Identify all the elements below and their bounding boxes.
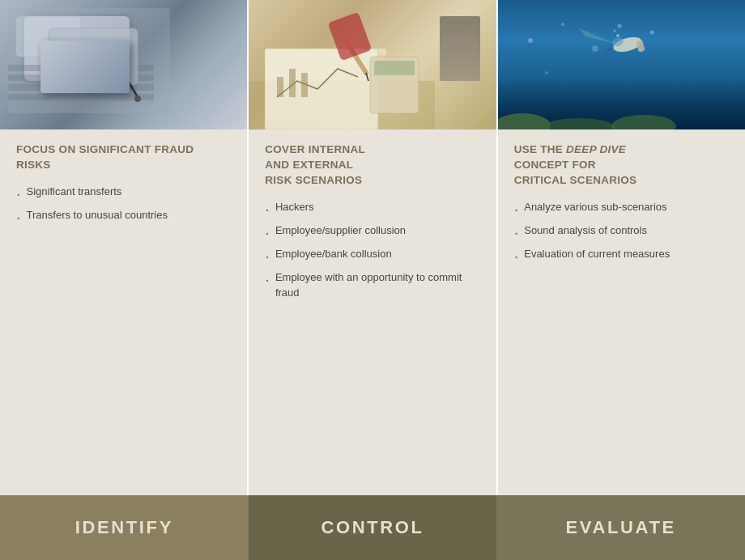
svg-point-34 bbox=[613, 30, 615, 32]
svg-marker-30 bbox=[605, 47, 611, 53]
column-control: COVER INTERNALAND EXTERNALRISK SCENARIOS… bbox=[249, 0, 497, 495]
col-text-control: COVER INTERNALAND EXTERNALRISK SCENARIOS… bbox=[249, 129, 496, 495]
svg-point-21 bbox=[561, 23, 564, 26]
list-item: Employee/bank collusion bbox=[265, 247, 479, 265]
col-text-identify: FOCUS ON SIGNIFICANT FRAUD RISKS Signifi… bbox=[0, 129, 247, 495]
footer-control: CONTROL bbox=[249, 495, 497, 560]
image-deep bbox=[498, 0, 745, 129]
svg-rect-13 bbox=[289, 69, 296, 97]
svg-point-35 bbox=[617, 24, 621, 28]
column-evaluate: USE THE DEEP DIVECONCEPT FORCRITICAL SCE… bbox=[498, 0, 745, 495]
footer-bar: IDENTIFY CONTROL EVALUATE bbox=[0, 495, 745, 560]
footer-evaluate: EVALUATE bbox=[496, 495, 745, 560]
bullet-list-control: Hackers Employee/supplier collusion Empl… bbox=[265, 200, 479, 301]
svg-rect-29 bbox=[636, 40, 645, 53]
svg-rect-19 bbox=[374, 61, 415, 75]
svg-rect-5 bbox=[8, 94, 154, 100]
svg-point-26 bbox=[543, 118, 615, 129]
footer-identify: IDENTIFY bbox=[0, 495, 249, 560]
col-text-evaluate: USE THE DEEP DIVECONCEPT FORCRITICAL SCE… bbox=[498, 129, 745, 495]
heading-evaluate: USE THE DEEP DIVECONCEPT FORCRITICAL SCE… bbox=[514, 142, 729, 189]
svg-point-23 bbox=[649, 31, 653, 35]
svg-marker-32 bbox=[579, 28, 615, 44]
svg-point-9 bbox=[134, 95, 141, 102]
svg-point-27 bbox=[611, 115, 676, 129]
heading-identify: FOCUS ON SIGNIFICANT FRAUD RISKS bbox=[16, 142, 231, 173]
list-item: Significant transferts bbox=[16, 185, 231, 202]
list-item: Employee/supplier collusion bbox=[265, 223, 479, 241]
bullet-list-identify: Significant transferts Transfers to unus… bbox=[16, 185, 231, 226]
footer-label-control: CONTROL bbox=[321, 517, 424, 538]
heading-control: COVER INTERNALAND EXTERNALRISK SCENARIOS bbox=[265, 142, 479, 189]
svg-rect-6 bbox=[49, 28, 138, 85]
image-fraud bbox=[0, 0, 247, 129]
image-internal bbox=[249, 0, 496, 129]
list-item: Evaluation of current measures bbox=[514, 247, 729, 265]
list-item: Employee with an opportunity to commit f… bbox=[265, 270, 479, 301]
main-content: FOCUS ON SIGNIFICANT FRAUD RISKS Signifi… bbox=[0, 0, 745, 495]
footer-label-identify: IDENTIFY bbox=[75, 517, 173, 538]
footer-label-evaluate: EVALUATE bbox=[565, 517, 675, 538]
svg-rect-7 bbox=[53, 45, 101, 54]
svg-rect-12 bbox=[277, 77, 283, 97]
svg-rect-14 bbox=[301, 73, 308, 97]
svg-point-24 bbox=[545, 71, 548, 74]
svg-point-33 bbox=[616, 34, 619, 37]
bullet-list-evaluate: Analyze various sub-scenarios Sound anal… bbox=[514, 200, 729, 265]
column-identify: FOCUS ON SIGNIFICANT FRAUD RISKS Signifi… bbox=[0, 0, 249, 495]
list-item: Hackers bbox=[265, 200, 479, 218]
list-item: Transfers to unusual countries bbox=[16, 208, 231, 226]
svg-point-20 bbox=[528, 38, 533, 43]
svg-point-22 bbox=[592, 45, 598, 52]
list-item: Sound analysis of controls bbox=[514, 223, 729, 241]
list-item: Analyze various sub-scenarios bbox=[514, 200, 729, 218]
